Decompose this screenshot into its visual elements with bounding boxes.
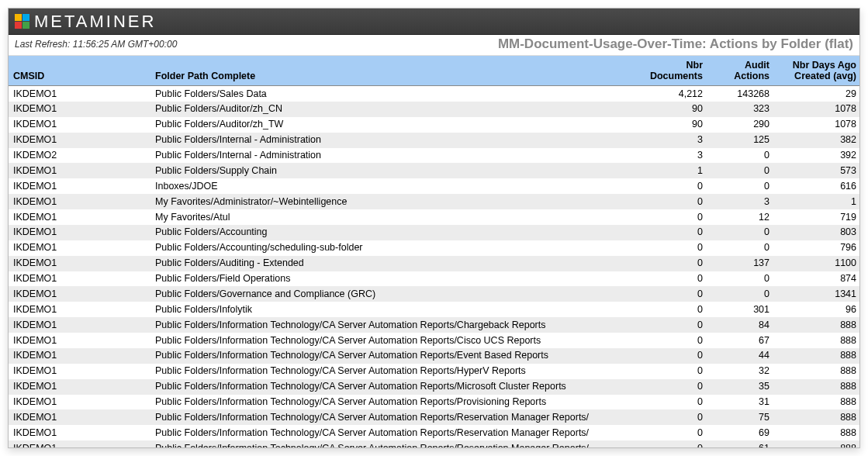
table-row[interactable]: IKDEMO1Public Folders/Information Techno… [9,425,859,440]
cell-folder: My Favorites/Administrator/~Webintellige… [150,194,631,209]
cell-cmsid: IKDEMO1 [9,271,150,287]
cell-docs: 4,212 [631,86,707,102]
cell-days: 1078 [774,102,859,117]
cell-folder: Public Folders/Information Technology/CA… [150,395,631,410]
table-row[interactable]: IKDEMO1Public Folders/Information Techno… [9,440,859,447]
cell-days: 888 [774,348,859,364]
table-row[interactable]: IKDEMO1Public Folders/Accounting00803 [9,225,859,240]
cell-days: 1341 [774,286,859,302]
cell-actions: 32 [707,364,774,379]
report-title: MM-Document-Usage-Over-Time: Actions by … [498,36,853,52]
cell-days: 29 [774,86,859,102]
cell-cmsid: IKDEMO1 [9,194,150,209]
cell-folder: Public Folders/Field Operations [150,271,631,287]
table-row[interactable]: IKDEMO1Public Folders/Information Techno… [9,317,859,333]
app-brand: METAMINER [34,12,156,32]
cell-cmsid: IKDEMO1 [9,256,150,271]
table-row[interactable]: IKDEMO1Public Folders/Supply Chain10573 [9,163,859,178]
table-body: IKDEMO1Public Folders/Sales Data4,212143… [9,86,859,448]
cell-actions: 323 [707,102,774,117]
cell-docs: 0 [631,302,707,317]
cell-cmsid: IKDEMO1 [9,348,150,364]
cell-days: 888 [774,395,859,410]
cell-folder: Public Folders/Auditor/zh_CN [150,102,631,117]
cell-cmsid: IKDEMO1 [9,240,150,256]
table-row[interactable]: IKDEMO1Public Folders/Infolytik030196 [9,302,859,317]
cell-days: 1 [774,194,859,209]
cell-cmsid: IKDEMO1 [9,133,150,148]
table-row[interactable]: IKDEMO1Public Folders/Information Techno… [9,395,859,410]
cell-folder: Public Folders/Information Technology/CA… [150,440,631,447]
table-row[interactable]: IKDEMO1Public Folders/Governance and Com… [9,286,859,302]
title-bar: METAMINER [9,9,859,35]
table-row[interactable]: IKDEMO1Public Folders/Information Techno… [9,348,859,364]
table-row[interactable]: IKDEMO1Public Folders/Information Techno… [9,409,859,425]
cell-days: 719 [774,209,859,225]
cell-cmsid: IKDEMO1 [9,225,150,240]
table-row[interactable]: IKDEMO1My Favorites/Atul012719 [9,209,859,225]
cell-actions: 0 [707,148,774,164]
cell-days: 874 [774,271,859,287]
last-refresh-label: Last Refresh: [15,39,70,50]
table-row[interactable]: IKDEMO1Public Folders/Field Operations00… [9,271,859,287]
table-row[interactable]: IKDEMO1Public Folders/Internal - Adminis… [9,133,859,148]
cell-folder: Public Folders/Supply Chain [150,163,631,178]
cell-folder: Public Folders/Internal - Administration [150,148,631,164]
table-row[interactable]: IKDEMO1Public Folders/Auditing - Extende… [9,256,859,271]
cell-days: 392 [774,148,859,164]
cell-actions: 125 [707,133,774,148]
cell-actions: 0 [707,271,774,287]
cell-actions: 0 [707,163,774,178]
cell-actions: 143268 [707,86,774,102]
table-row[interactable]: IKDEMO1Public Folders/Sales Data4,212143… [9,86,859,102]
table-row[interactable]: IKDEMO1Public Folders/Accounting/schedul… [9,240,859,256]
cell-cmsid: IKDEMO1 [9,86,150,102]
cell-folder: Public Folders/Sales Data [150,86,631,102]
cell-actions: 35 [707,379,774,395]
cell-docs: 0 [631,178,707,194]
cell-actions: 3 [707,194,774,209]
col-nbr-days-ago[interactable]: Nbr Days AgoCreated (avg) [774,56,859,86]
last-refresh: Last Refresh: 11:56:25 AM GMT+00:00 [15,39,177,50]
cell-actions: 301 [707,302,774,317]
report-frame: METAMINER Last Refresh: 11:56:25 AM GMT+… [8,8,860,448]
cell-cmsid: IKDEMO1 [9,209,150,225]
cell-days: 573 [774,163,859,178]
table-row[interactable]: IKDEMO1Inboxes/JDOE00616 [9,178,859,194]
col-cmsid[interactable]: CMSID [9,56,150,86]
table-row[interactable]: IKDEMO1My Favorites/Administrator/~Webin… [9,194,859,209]
col-folder[interactable]: Folder Path Complete [150,56,631,86]
table-row[interactable]: IKDEMO1Public Folders/Auditor/zh_CN90323… [9,102,859,117]
col-audit-actions[interactable]: AuditActions [707,56,774,86]
cell-days: 888 [774,364,859,379]
col-nbr-documents[interactable]: NbrDocuments [631,56,707,86]
cell-days: 382 [774,133,859,148]
cell-actions: 84 [707,317,774,333]
cell-docs: 0 [631,409,707,425]
cell-cmsid: IKDEMO1 [9,364,150,379]
cell-days: 888 [774,425,859,440]
cell-folder: Public Folders/Information Technology/CA… [150,364,631,379]
cell-cmsid: IKDEMO1 [9,163,150,178]
cell-docs: 0 [631,271,707,287]
table-row[interactable]: IKDEMO2Public Folders/Internal - Adminis… [9,148,859,164]
table-row[interactable]: IKDEMO1Public Folders/Information Techno… [9,379,859,395]
cell-folder: Public Folders/Information Technology/CA… [150,425,631,440]
cell-days: 796 [774,240,859,256]
cell-docs: 0 [631,364,707,379]
cell-folder: Inboxes/JDOE [150,178,631,194]
cell-docs: 90 [631,117,707,133]
table-row[interactable]: IKDEMO1Public Folders/Information Techno… [9,333,859,348]
table-header-row: CMSID Folder Path Complete NbrDocuments … [9,56,859,86]
cell-folder: Public Folders/Information Technology/CA… [150,348,631,364]
cell-days: 803 [774,225,859,240]
cell-actions: 290 [707,117,774,133]
cell-actions: 0 [707,240,774,256]
table-row[interactable]: IKDEMO1Public Folders/Information Techno… [9,364,859,379]
cell-docs: 3 [631,133,707,148]
report-table: CMSID Folder Path Complete NbrDocuments … [9,56,859,447]
cell-actions: 0 [707,178,774,194]
cell-cmsid: IKDEMO2 [9,148,150,164]
sub-header: Last Refresh: 11:56:25 AM GMT+00:00 MM-D… [9,35,859,56]
table-row[interactable]: IKDEMO1Public Folders/Auditor/zh_TW90290… [9,117,859,133]
